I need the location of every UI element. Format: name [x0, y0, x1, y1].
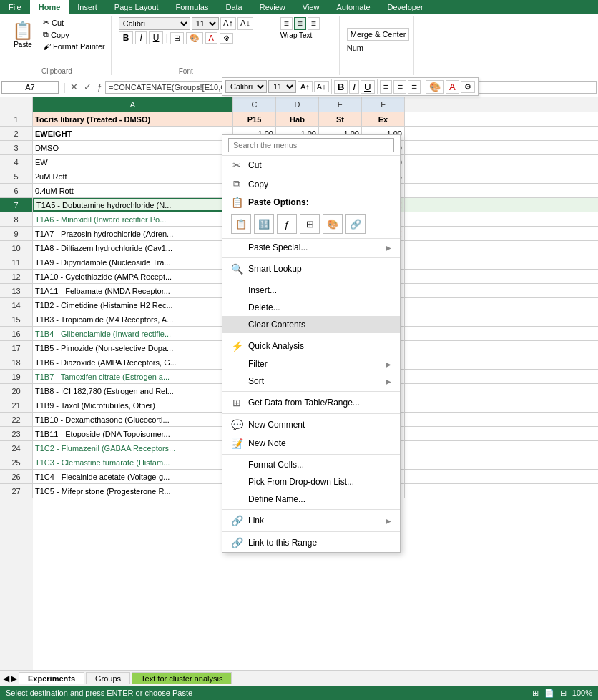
- menu-item-link-label: Link: [248, 516, 380, 526]
- menu-item-get-data[interactable]: ⊞ Get Data from Table/Range...: [222, 393, 400, 412]
- new-comment-icon: 💬: [231, 419, 242, 430]
- menu-item-paste-special[interactable]: Paste Special... ▶: [222, 239, 400, 256]
- menu-item-delete-label: Delete...: [248, 302, 391, 312]
- smart-lookup-icon: 🔍: [231, 263, 242, 275]
- separator-8: [222, 531, 400, 532]
- menu-item-smart-lookup[interactable]: 🔍 Smart Lookup: [222, 260, 400, 278]
- menu-item-new-comment[interactable]: 💬 New Comment: [222, 415, 400, 434]
- menu-item-smart-lookup-label: Smart Lookup: [248, 264, 391, 274]
- menu-item-cut[interactable]: ✂ Cut: [222, 156, 400, 174]
- menu-item-pick-dropdown[interactable]: Pick From Drop-down List...: [222, 473, 400, 491]
- menu-item-link-to-range-label: Link to this Range: [248, 538, 391, 548]
- menu-item-sort[interactable]: Sort ▶: [222, 373, 400, 390]
- menu-search-input[interactable]: [228, 138, 394, 152]
- sort-arrow-icon: ▶: [386, 378, 391, 385]
- menu-item-copy[interactable]: ⧉ Copy: [222, 174, 400, 194]
- menu-item-pick-dropdown-label: Pick From Drop-down List...: [248, 477, 391, 487]
- get-data-icon: ⊞: [231, 397, 242, 408]
- menu-item-get-data-label: Get Data from Table/Range...: [248, 398, 391, 408]
- paste-special-arrow-icon: ▶: [386, 244, 391, 252]
- link-icon: 🔗: [231, 515, 242, 526]
- paste-btn-3[interactable]: ƒ: [277, 214, 297, 234]
- paste-btn-1[interactable]: 📋: [231, 214, 251, 234]
- menu-item-link[interactable]: 🔗 Link ▶: [222, 511, 400, 530]
- paste-options-header: 📋 Paste Options:: [222, 194, 400, 209]
- menu-item-format-cells[interactable]: Format Cells...: [222, 456, 400, 473]
- copy-icon: ⧉: [231, 178, 242, 190]
- menu-item-new-note-label: New Note: [248, 438, 391, 448]
- paste-options-label: Paste Options:: [248, 197, 309, 207]
- filter-arrow-icon: ▶: [386, 360, 391, 368]
- quick-analysis-icon: ⚡: [231, 340, 242, 352]
- context-menu: ✂ Cut ⧉ Copy 📋 Paste Options: 📋 🔢: [222, 134, 401, 553]
- menu-item-copy-label: Copy: [248, 179, 391, 189]
- menu-item-delete[interactable]: Delete...: [222, 299, 400, 316]
- paste-btn-4[interactable]: ⊞: [300, 214, 320, 234]
- paste-btn-5[interactable]: 🎨: [323, 214, 343, 234]
- menu-item-link-to-range[interactable]: 🔗 Link to this Range: [222, 533, 400, 552]
- menu-item-quick-analysis[interactable]: ⚡ Quick Analysis: [222, 337, 400, 355]
- separator-5: [222, 413, 400, 414]
- separator-4: [222, 391, 400, 392]
- menu-item-sort-label: Sort: [248, 376, 380, 386]
- paste-header-icon: 📋: [231, 197, 242, 208]
- menu-item-format-cells-label: Format Cells...: [248, 460, 391, 470]
- separator-1: [222, 257, 400, 258]
- menu-item-insert-label: Insert...: [248, 285, 391, 295]
- menu-item-paste-special-label: Paste Special...: [248, 242, 380, 252]
- link-arrow-icon: ▶: [386, 517, 391, 525]
- menu-item-new-comment-label: New Comment: [248, 420, 391, 430]
- menu-item-quick-analysis-label: Quick Analysis: [248, 341, 391, 351]
- cut-icon: ✂: [231, 159, 242, 171]
- context-menu-overlay: ✂ Cut ⧉ Copy 📋 Paste Options: 📋 🔢: [0, 97, 598, 670]
- menu-item-filter-label: Filter: [248, 359, 380, 369]
- link-to-range-icon: 🔗: [231, 537, 242, 548]
- separator-3: [222, 335, 400, 335]
- separator-6: [222, 454, 400, 455]
- paste-btn-2[interactable]: 🔢: [254, 214, 274, 234]
- menu-item-filter[interactable]: Filter ▶: [222, 355, 400, 373]
- menu-item-define-name[interactable]: Define Name...: [222, 491, 400, 508]
- menu-item-clear-contents[interactable]: Clear Contents: [222, 316, 400, 333]
- menu-item-insert[interactable]: Insert...: [222, 282, 400, 299]
- new-note-icon: 📝: [231, 438, 242, 449]
- menu-item-cut-label: Cut: [248, 160, 391, 170]
- menu-item-new-note[interactable]: 📝 New Note: [222, 434, 400, 453]
- menu-search-box: [222, 135, 400, 156]
- separator-7: [222, 509, 400, 510]
- separator-2: [222, 280, 400, 280]
- paste-btn-6[interactable]: 🔗: [345, 214, 366, 234]
- paste-options-row: 📋 🔢 ƒ ⊞ 🎨 🔗: [222, 209, 400, 239]
- menu-item-define-name-label: Define Name...: [248, 494, 391, 504]
- menu-item-clear-contents-label: Clear Contents: [248, 320, 391, 330]
